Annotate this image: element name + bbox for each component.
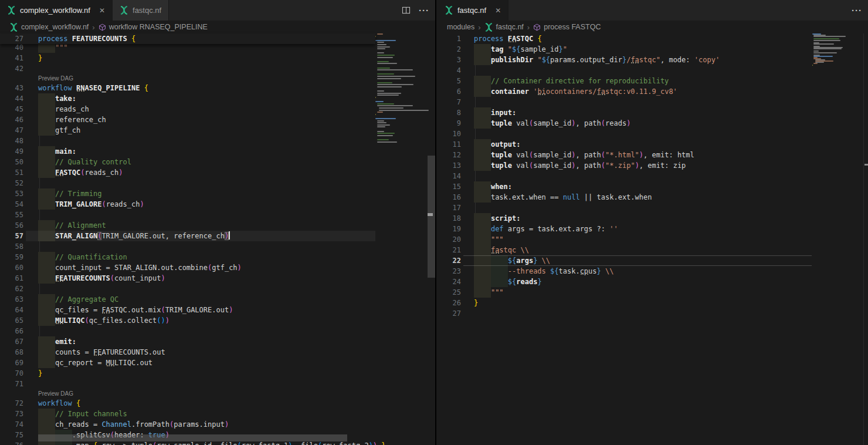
code-line[interactable]: 51 FASTQC(reads_ch)	[0, 167, 435, 178]
minimap-left[interactable]	[375, 33, 427, 186]
code-line[interactable]: 73 // Input channels	[0, 409, 435, 419]
code-line[interactable]: 50 // Quality control	[0, 157, 435, 167]
code-token	[474, 119, 491, 127]
code-line[interactable]: 47 gtf_ch	[0, 125, 435, 136]
code-line[interactable]: 43workflow RNASEQ_PIPELINE {	[0, 83, 435, 93]
breadcrumb-item[interactable]: workflow RNASEQ_PIPELINE	[99, 23, 208, 31]
code-line[interactable]: 3 publishDir "${params.output_dir}/fastq…	[438, 55, 868, 65]
editor-left[interactable]: 40 """41}42Preview DAG43workflow RNASEQ_…	[0, 33, 435, 445]
code-line[interactable]: 64 qc_files = FASTQC.out.mix(TRIM_GALORE…	[0, 305, 435, 315]
code-line[interactable]: 57 STAR_ALIGN(TRIM_GALORE.out, reference…	[0, 231, 435, 241]
code-line[interactable]: 63 // Aggregate QC	[0, 294, 435, 305]
split-editor-button[interactable]	[402, 6, 411, 15]
code-line[interactable]: 13 tuple val(sample_id), path("*.zip"), …	[438, 160, 868, 171]
minimap-line	[377, 69, 413, 70]
code-line[interactable]: 23 --threads ${task.cpus} \\	[438, 266, 868, 277]
code-token: val	[516, 161, 529, 170]
code-token: (	[161, 306, 165, 314]
code-token: (	[157, 316, 161, 325]
code-line[interactable]: 48	[0, 136, 435, 146]
code-line[interactable]: 17	[438, 203, 868, 213]
minimap-right[interactable]	[812, 33, 849, 104]
tab-fastqc-nf[interactable]: fastqc.nf	[113, 0, 169, 21]
more-actions-button[interactable]: ···	[419, 5, 429, 15]
code-area-right[interactable]: 1process FASTQC {2 tag "${sample_id}"3 p…	[438, 33, 868, 445]
line-number: 69	[0, 358, 23, 368]
line-number: 12	[438, 150, 461, 160]
code-line[interactable]: 53 // Trimming	[0, 188, 435, 199]
code-line[interactable]: 44 take:	[0, 93, 435, 104]
code-line[interactable]: 66	[0, 326, 435, 336]
code-line[interactable]: 24 ${reads}	[438, 277, 868, 287]
codelens-preview-dag[interactable]: Preview DAG	[38, 389, 73, 398]
code-line[interactable]: 65 MULTIQC(qc_files.collect())	[0, 315, 435, 326]
code-line[interactable]: 74 ch_reads = Channel.fromPath(params.in…	[0, 419, 435, 430]
code-line[interactable]: 60 count_input = STAR_ALIGN.out.combine(…	[0, 262, 435, 273]
code-line[interactable]: 6 container 'biocontainers/fastqc:v0.11.…	[438, 86, 868, 97]
code-line[interactable]: 59 // Quantification	[0, 252, 435, 262]
line-text: qc_report = MULTIQC.out	[38, 358, 152, 368]
code-line[interactable]: 16 task.ext.when == null || task.ext.whe…	[438, 192, 868, 203]
code-line[interactable]: 71	[0, 379, 435, 389]
close-icon[interactable]: ✕	[99, 6, 105, 15]
code-line[interactable]: 55	[0, 210, 435, 220]
code-area-left[interactable]: 40 """41}42Preview DAG43workflow RNASEQ_…	[0, 33, 435, 445]
tab-bar-right: fastqc.nf✕ ···	[438, 0, 868, 21]
code-token: )	[373, 441, 377, 445]
code-line[interactable]: 58	[0, 241, 435, 252]
more-actions-button[interactable]: ···	[852, 5, 862, 15]
breadcrumb-item[interactable]: process FASTQC	[533, 23, 601, 31]
code-line[interactable]: 10	[438, 129, 868, 139]
code-line[interactable]: 45 reads_ch	[0, 104, 435, 114]
code-line[interactable]: 54 TRIM_GALORE(reads_ch)	[0, 199, 435, 210]
code-line[interactable]: 11 output:	[438, 139, 868, 150]
tab-fastqc-nf[interactable]: fastqc.nf✕	[438, 0, 508, 21]
editor-right[interactable]: 1process FASTQC {2 tag "${sample_id}"3 p…	[438, 33, 868, 445]
code-line[interactable]: 18 script:	[438, 213, 868, 224]
code-line[interactable]: 70}	[0, 368, 435, 379]
code-line[interactable]: 15 when:	[438, 181, 868, 192]
code-line[interactable]: 52	[0, 178, 435, 188]
code-line[interactable]: 5 // Container directive for reproducibi…	[438, 76, 868, 86]
sticky-scroll-line[interactable]: 27process FEATURECOUNTS {	[0, 33, 375, 44]
code-line[interactable]: 9 tuple val(sample_id), path(reads)	[438, 118, 868, 129]
code-line[interactable]: 25 """	[438, 287, 868, 298]
code-line[interactable]: 67 emit:	[0, 336, 435, 347]
code-line[interactable]: 41}	[0, 53, 435, 63]
codelens-preview-dag[interactable]: Preview DAG	[38, 74, 73, 83]
vertical-scrollbar-left[interactable]	[428, 156, 436, 278]
breadcrumb-item[interactable]: fastqc.nf	[484, 23, 524, 32]
code-line[interactable]: 72workflow {	[0, 398, 435, 409]
code-token: }	[597, 267, 601, 275]
code-line[interactable]: 61 FEATURECOUNTS(count_input)	[0, 273, 435, 284]
code-line[interactable]: 2 tag "${sample_id}"	[438, 44, 868, 55]
horizontal-scrollbar-left[interactable]	[38, 434, 347, 441]
indent-guide	[39, 241, 40, 252]
code-line[interactable]: 21 fastqc \\	[438, 245, 868, 255]
code-line[interactable]: 4	[438, 65, 868, 76]
code-line[interactable]: 62	[0, 284, 435, 294]
code-line[interactable]: 7	[438, 97, 868, 107]
breadcrumb-item[interactable]: complex_workflow.nf	[9, 23, 89, 32]
code-line[interactable]: 49 main:	[0, 146, 435, 157]
code-line[interactable]: 19 def args = task.ext.args ?: ''	[438, 224, 868, 234]
code-line[interactable]: 68 counts = FEATURECOUNTS.out	[0, 347, 435, 358]
line-number: 49	[0, 146, 23, 157]
code-line[interactable]: 20 """	[438, 234, 868, 245]
code-line[interactable]: 46 reference_ch	[0, 114, 435, 125]
code-line[interactable]: 8 input:	[438, 107, 868, 118]
code-line[interactable]: 22 ${args} \\	[438, 255, 868, 266]
code-line[interactable]: 69 qc_report = MULTIQC.out	[0, 358, 435, 368]
code-line[interactable]: 1process FASTQC {	[438, 33, 868, 44]
tab-label: fastqc.nf	[133, 6, 161, 15]
code-line[interactable]: 42	[0, 63, 435, 74]
line-number: 22	[438, 255, 461, 266]
code-line[interactable]: 12 tuple val(sample_id), path("*.html"),…	[438, 150, 868, 160]
code-line[interactable]: 26}	[438, 298, 868, 308]
code-line[interactable]: 27	[438, 308, 868, 319]
code-line[interactable]: 56 // Alignment	[0, 220, 435, 231]
tab-complex-workflow-nf[interactable]: complex_workflow.nf✕	[0, 0, 113, 21]
breadcrumb-item[interactable]: modules	[447, 23, 474, 31]
close-icon[interactable]: ✕	[495, 6, 501, 15]
code-line[interactable]: 14	[438, 171, 868, 181]
